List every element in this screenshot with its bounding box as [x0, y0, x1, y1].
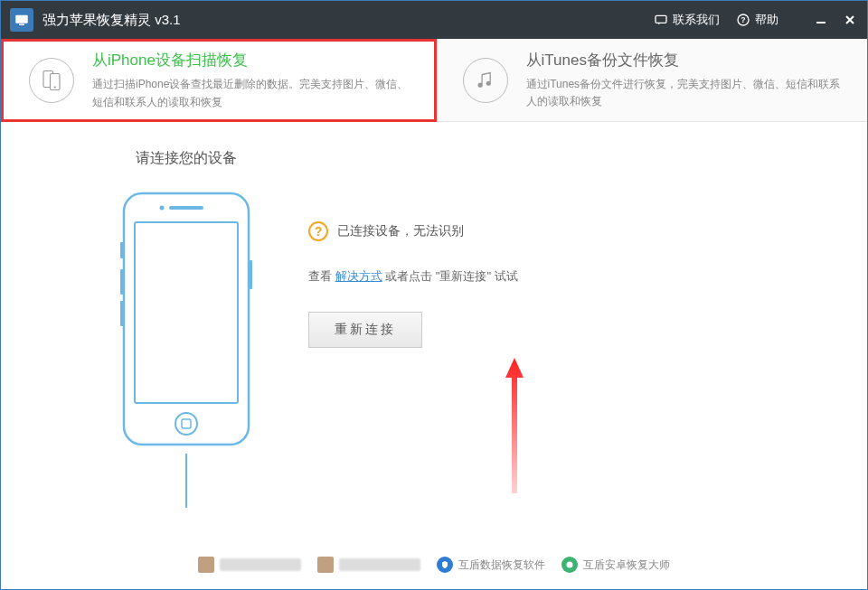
avatar-icon	[198, 557, 214, 573]
close-button[interactable]	[842, 12, 858, 28]
contact-button[interactable]: 联系我们	[654, 12, 720, 28]
svg-text:?: ?	[741, 15, 745, 24]
svg-point-24	[567, 562, 573, 568]
svg-point-18	[160, 206, 165, 211]
svg-rect-14	[135, 222, 238, 403]
reconnect-button[interactable]: 重新连接	[308, 312, 422, 348]
globe-icon	[561, 557, 578, 573]
mode-iphone-title: 从iPhone设备扫描恢复	[92, 50, 409, 70]
shield-icon	[437, 557, 453, 573]
cable-illustration	[185, 454, 187, 508]
annotation-arrow	[504, 358, 525, 497]
close-icon	[844, 14, 856, 26]
svg-rect-20	[120, 269, 124, 295]
phone-illustration	[118, 188, 254, 454]
connect-prompt: 请连接您的设备	[136, 149, 237, 168]
svg-point-11	[477, 82, 482, 87]
minimize-button[interactable]	[813, 12, 829, 28]
titlebar: 强力苹果恢复精灵 v3.1 联系我们 ? 帮助	[1, 1, 867, 39]
mode-itunes-backup[interactable]: 从iTunes备份文件恢复 通过iTunes备份文件进行恢复，完美支持图片、微信…	[438, 39, 868, 122]
app-logo	[10, 8, 33, 32]
svg-marker-23	[505, 358, 524, 493]
help-icon: ?	[736, 13, 750, 27]
svg-rect-16	[182, 419, 191, 428]
mode-itunes-title: 从iTunes备份文件恢复	[526, 50, 843, 70]
svg-rect-0	[15, 15, 28, 23]
footer-item-1[interactable]	[198, 557, 301, 573]
help-button[interactable]: ? 帮助	[736, 12, 778, 28]
mode-selector: 从iPhone设备扫描恢复 通过扫描iPhone设备查找最近删除的数据。完美支持…	[1, 39, 867, 122]
svg-point-10	[54, 86, 56, 88]
mode-iphone-scan[interactable]: 从iPhone设备扫描恢复 通过扫描iPhone设备查找最近删除的数据。完美支持…	[1, 39, 437, 122]
svg-rect-13	[124, 193, 249, 445]
music-note-icon	[463, 58, 508, 103]
svg-point-12	[486, 80, 490, 85]
help-line: 查看 解决方式 或者点击 "重新连接" 试试	[308, 268, 518, 285]
mode-iphone-desc: 通过扫描iPhone设备查找最近删除的数据。完美支持图片、微信、短信和联系人的读…	[92, 76, 409, 110]
main-content: 请连接您的设备 ? 已连接设备，无法识别 查看 解决方式 或者点击 "重新连接"…	[1, 122, 867, 508]
svg-point-15	[175, 413, 197, 435]
svg-rect-22	[249, 260, 252, 289]
app-title: 强力苹果恢复精灵 v3.1	[42, 12, 654, 29]
footer-item-2[interactable]	[317, 557, 420, 573]
svg-rect-19	[120, 242, 124, 258]
solution-link[interactable]: 解决方式	[335, 269, 382, 283]
chat-icon	[654, 13, 668, 27]
footer-link-android-recovery[interactable]: 互盾安卓恢复大师	[561, 557, 670, 573]
avatar-icon	[317, 557, 334, 573]
phone-devices-icon	[29, 58, 74, 103]
status-line: ? 已连接设备，无法识别	[308, 221, 518, 241]
footer-link-data-recovery[interactable]: 互盾数据恢复软件	[437, 557, 545, 573]
svg-rect-21	[120, 301, 124, 326]
svg-rect-1	[19, 24, 24, 26]
svg-rect-17	[169, 206, 203, 210]
footer: 互盾数据恢复软件 互盾安卓恢复大师	[1, 557, 867, 573]
minimize-icon	[815, 14, 827, 26]
mode-itunes-desc: 通过iTunes备份文件进行恢复，完美支持图片、微信、短信和联系人的读取和恢复	[526, 76, 843, 110]
status-text: 已连接设备，无法识别	[337, 223, 464, 239]
svg-rect-2	[656, 15, 666, 23]
warning-icon: ?	[308, 221, 328, 241]
